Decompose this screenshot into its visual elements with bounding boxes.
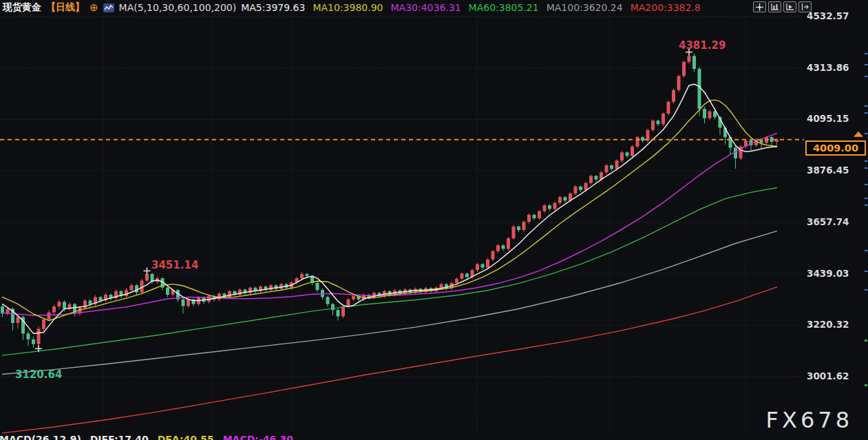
watermark: FX678	[766, 407, 853, 433]
chart-header: 现货黄金 【日线】 ⊕ MA(5,10,30,60,100,200) MA5:3…	[0, 0, 868, 15]
ma-settings-label[interactable]: MA(5,10,30,60,100,200)	[119, 2, 237, 13]
axis-label: 3220.32	[807, 319, 855, 330]
axis-bars-icon[interactable]	[768, 1, 781, 12]
axis-label: 3439.03	[807, 268, 855, 279]
macd-status-bar: MACD(26,12,9) DIFF:17.40 DEA:40.55 MACD:…	[0, 434, 299, 440]
mini-chart-icon[interactable]	[103, 3, 114, 12]
ma-legend-item: MA200:3382.8	[631, 2, 701, 13]
ma-legend-item: MA30:4036.31	[390, 2, 461, 13]
price-annotation: 3451.14	[151, 259, 198, 271]
macd-dea-value: DEA:40.55	[158, 434, 214, 440]
ma-legend-item: MA10:3980.90	[313, 2, 383, 13]
crosshair-move-icon[interactable]	[753, 1, 766, 12]
macd-params-label: MACD(26,12,9)	[0, 434, 81, 440]
macd-diff-value: DIFF:17.40	[90, 434, 149, 440]
circle-plus-icon[interactable]: ⊕	[89, 3, 98, 12]
price-annotation: 4381.29	[679, 39, 726, 52]
ma-legend-item: MA60:3805.21	[469, 2, 539, 13]
ma-legend-item: MA5:3979.63	[241, 2, 305, 13]
instrument-title: 现货黄金	[3, 1, 41, 14]
axis-label: 3001.62	[807, 370, 855, 381]
axis-label: 4095.15	[807, 113, 855, 124]
pane-arrow-icon[interactable]	[798, 1, 812, 12]
scroll-to-price-icon	[854, 132, 863, 137]
axis-label: 3876.45	[807, 165, 855, 176]
ma-legend-item: MA100:3620.24	[547, 2, 623, 13]
last-price-badge: 4009.00	[805, 140, 866, 156]
price-annotation: 3120.64	[15, 368, 62, 381]
axis-label: 3657.74	[807, 216, 855, 227]
axis-label: 4313.86	[807, 62, 855, 73]
ma-legend: MA5:3979.63MA10:3980.90MA30:4036.31MA60:…	[241, 2, 708, 13]
period-label[interactable]: 【日线】	[46, 1, 85, 14]
axis-play-icon[interactable]	[783, 1, 796, 12]
chart-toolbar	[753, 1, 812, 12]
macd-value: MACD:-46.30	[223, 434, 293, 440]
price-chart[interactable]: 4381.293451.143120.64	[0, 0, 868, 440]
